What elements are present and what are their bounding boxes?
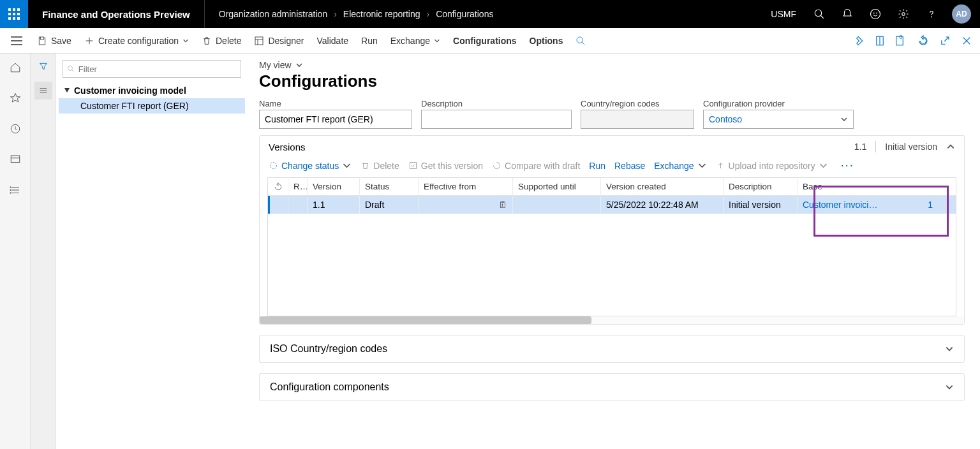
delete-button[interactable]: Delete	[195, 28, 248, 54]
my-view-dropdown[interactable]: My view	[259, 60, 965, 70]
tree-child-item[interactable]: Customer FTI report (GER)	[59, 98, 245, 114]
filter-strip	[31, 54, 56, 449]
star-icon[interactable]	[5, 88, 26, 108]
company-picker[interactable]: USMF	[764, 9, 803, 19]
svg-point-37	[10, 187, 11, 188]
save-button[interactable]: Save	[31, 28, 78, 54]
svg-rect-3	[8, 13, 11, 15]
svg-rect-7	[13, 17, 15, 20]
exchange-button[interactable]: Exchange	[384, 28, 447, 54]
app-launcher-icon[interactable]	[0, 0, 28, 28]
breadcrumb-item[interactable]: Configurations	[436, 9, 493, 19]
tree-root-label: Customer invoicing model	[74, 85, 186, 96]
tree-filter-input[interactable]	[63, 60, 241, 78]
grid-horizontal-scrollbar[interactable]	[260, 316, 964, 324]
provider-dropdown[interactable]: Contoso	[703, 110, 854, 129]
column-supported[interactable]: Supported until	[513, 178, 601, 195]
find-button[interactable]	[569, 28, 592, 54]
cell-created: 5/25/2022 10:22:48 AM	[601, 196, 724, 214]
popout-icon[interactable]	[934, 28, 956, 54]
tree-filter-field[interactable]	[75, 64, 237, 74]
home-icon[interactable]	[5, 57, 26, 78]
config-components-card[interactable]: Configuration components	[259, 373, 965, 401]
modules-icon[interactable]	[5, 180, 26, 200]
refresh-column-icon[interactable]	[268, 178, 288, 195]
svg-rect-5	[17, 13, 20, 15]
cell-supported	[513, 196, 601, 214]
smiley-icon[interactable]	[864, 0, 887, 28]
attachments-icon[interactable]: 0	[891, 28, 912, 54]
country-codes-input[interactable]	[581, 110, 694, 129]
breadcrumb-item[interactable]: Organization administration	[219, 9, 327, 19]
funnel-icon[interactable]	[34, 57, 52, 75]
top-right-controls: USMF AD	[764, 0, 980, 28]
collapse-icon[interactable]	[946, 142, 955, 151]
chevron-right-icon: ›	[426, 9, 429, 19]
run-button[interactable]: Run	[355, 28, 384, 54]
designer-label: Designer	[268, 36, 304, 46]
column-status[interactable]: Status	[360, 178, 419, 195]
create-configuration-button[interactable]: Create configuration	[78, 28, 195, 54]
column-base[interactable]: Base	[798, 178, 938, 195]
save-label: Save	[51, 36, 71, 46]
help-icon[interactable]	[920, 0, 943, 28]
configurations-button[interactable]: Configurations	[447, 28, 523, 54]
grid-row[interactable]: 1.1 Draft 🗓 5/25/2022 10:22:48 AM Initia…	[268, 196, 956, 214]
main-content: My view Configurations Name Customer FTI…	[248, 54, 980, 449]
validate-button[interactable]: Validate	[311, 28, 355, 54]
column-created[interactable]: Version created	[601, 178, 724, 195]
get-version-button[interactable]: Get this version	[408, 161, 483, 171]
cell-base[interactable]: Customer invoici…1	[798, 196, 938, 214]
svg-marker-45	[64, 88, 70, 92]
column-effective[interactable]: Effective from	[419, 178, 513, 195]
bell-icon[interactable]	[836, 0, 859, 28]
column-r[interactable]: R…	[288, 178, 308, 195]
clock-icon[interactable]	[5, 119, 26, 139]
svg-point-13	[877, 13, 877, 13]
svg-point-15	[932, 17, 932, 17]
breadcrumb: Organization administration › Electronic…	[205, 9, 765, 19]
search-icon[interactable]	[808, 0, 831, 28]
diamond-icon[interactable]	[847, 28, 869, 54]
column-description[interactable]: Description	[724, 178, 798, 195]
calendar-icon[interactable]: 🗓	[498, 200, 507, 210]
list-view-icon[interactable]	[34, 82, 52, 99]
refresh-icon[interactable]	[912, 28, 934, 54]
upload-repository-button[interactable]: Upload into repository	[716, 161, 828, 171]
my-view-label: My view	[259, 60, 292, 70]
versions-toolbar: Change status Delete Get this version Co…	[260, 158, 964, 177]
workspace-icon[interactable]	[5, 149, 26, 170]
description-input[interactable]	[421, 110, 572, 129]
svg-rect-32	[11, 156, 20, 163]
breadcrumb-item[interactable]: Electronic reporting	[343, 9, 420, 19]
svg-rect-21	[255, 37, 263, 45]
version-exchange-button[interactable]: Exchange	[654, 161, 706, 171]
compare-draft-button[interactable]: Compare with draft	[492, 161, 580, 171]
version-delete-button[interactable]: Delete	[360, 161, 399, 171]
configurations-label: Configurations	[453, 36, 517, 46]
close-icon[interactable]	[956, 28, 977, 54]
more-icon[interactable]: ···	[837, 159, 854, 172]
command-bar: Save Create configuration Delete Designe…	[0, 28, 980, 54]
svg-rect-47	[410, 163, 416, 169]
rebase-button[interactable]: Rebase	[614, 161, 645, 171]
avatar[interactable]: AD	[952, 4, 971, 24]
svg-line-44	[71, 70, 73, 72]
gear-icon[interactable]	[892, 0, 915, 28]
column-version[interactable]: Version	[308, 178, 360, 195]
options-button[interactable]: Options	[523, 28, 570, 54]
designer-button[interactable]: Designer	[248, 28, 310, 54]
svg-point-46	[271, 163, 277, 169]
name-input[interactable]: Customer FTI report (GER)	[259, 110, 412, 129]
hamburger-icon[interactable]	[3, 28, 31, 54]
left-nav	[0, 54, 31, 449]
office-icon[interactable]	[869, 28, 891, 54]
svg-rect-1	[13, 8, 15, 11]
change-status-button[interactable]: Change status	[269, 161, 352, 171]
tree-root-item[interactable]: Customer invoicing model	[59, 83, 245, 98]
provider-label: Configuration provider	[703, 99, 854, 108]
exchange-label: Exchange	[390, 36, 430, 46]
iso-codes-card[interactable]: ISO Country/region codes	[259, 335, 965, 363]
svg-point-11	[871, 10, 880, 19]
version-run-button[interactable]: Run	[589, 161, 605, 171]
